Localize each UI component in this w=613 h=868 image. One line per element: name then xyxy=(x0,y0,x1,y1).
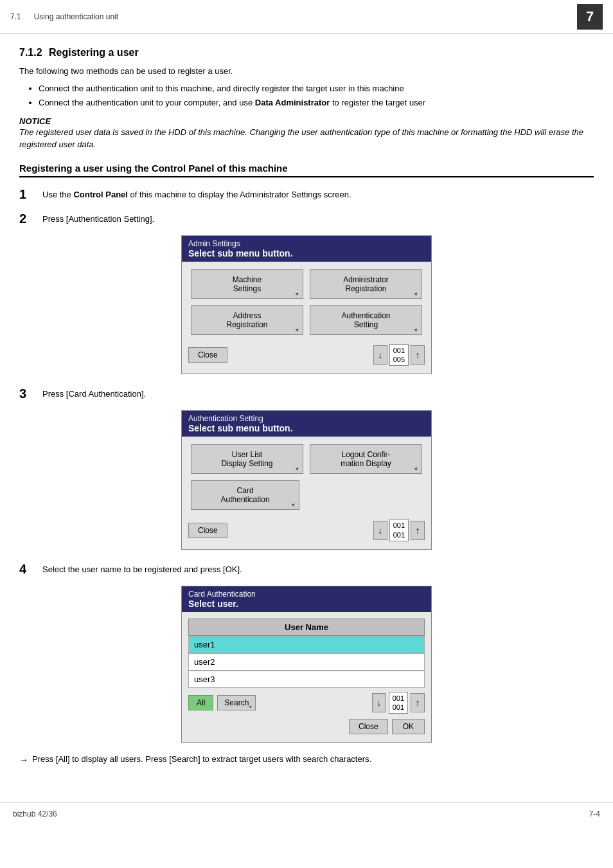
admin-panel-buttons: MachineSettings AdministratorRegistratio… xyxy=(182,262,431,341)
card-panel: Card Authentication Select user. User Na… xyxy=(181,586,432,743)
user-name-column-header: User Name xyxy=(188,619,425,636)
auth-panel: Authentication Setting Select sub menu b… xyxy=(181,410,432,550)
card-bottom-footer: Close OK xyxy=(182,716,431,737)
card-panel-container: Card Authentication Select user. User Na… xyxy=(19,586,594,743)
footer-left: bizhub 42/36 xyxy=(13,809,57,818)
auth-panel-footer: Close ↓ 001 001 ↑ xyxy=(182,516,431,544)
step-3-text: Press [Card Authentication]. xyxy=(42,386,146,401)
arrow-note-text: Press [All] to display all users. Press … xyxy=(32,754,371,764)
user-row-2[interactable]: user2 xyxy=(188,653,425,671)
auth-panel-subtitle: Select sub menu button. xyxy=(188,423,425,433)
address-registration-btn[interactable]: AddressRegistration xyxy=(191,305,303,335)
bullet-list: Connect the authentication unit to this … xyxy=(39,82,594,110)
logout-confirmation-display-btn[interactable]: Logout Confir-mation Display xyxy=(310,444,422,474)
step-4-number: 4 xyxy=(19,561,39,577)
arrow-note: → Press [All] to display all users. Pres… xyxy=(19,754,594,765)
section-label: Using authentication unit xyxy=(34,12,118,21)
notice-title: NOTICE xyxy=(19,116,594,126)
search-button[interactable]: Search xyxy=(217,695,256,710)
section-title: Registering a user xyxy=(49,47,139,58)
card-panel-header: Card Authentication Select user. xyxy=(182,586,431,612)
step-4-text: Select the user name to be registered an… xyxy=(42,561,242,576)
auth-page-nav: ↓ 001 001 ↑ xyxy=(373,519,425,541)
section-number-label: 7.1.2 xyxy=(19,47,42,58)
auth-panel-header: Authentication Setting Select sub menu b… xyxy=(182,411,431,437)
card-close-button[interactable]: Close xyxy=(349,719,388,734)
page-header: 7.1 Using authentication unit 7 xyxy=(0,0,613,34)
page-footer: bizhub 42/36 7-4 xyxy=(0,802,613,825)
admin-close-button[interactable]: Close xyxy=(188,347,227,363)
step-1: 1 Use the Control Panel of this machine … xyxy=(19,186,594,202)
bullet-item-1: Connect the authentication unit to this … xyxy=(39,82,594,96)
card-nav-up[interactable]: ↑ xyxy=(411,693,425,712)
user-row-1[interactable]: user1 xyxy=(188,636,425,653)
subsection-heading: Registering a user using the Control Pan… xyxy=(19,163,594,177)
authentication-setting-btn[interactable]: AuthenticationSetting xyxy=(310,305,422,335)
admin-page-nav: ↓ 001 005 ↑ xyxy=(373,344,425,366)
notice-box: NOTICE The registered user data is saved… xyxy=(19,116,594,151)
chapter-badge: 7 xyxy=(577,4,603,30)
admin-panel-title: Admin Settings xyxy=(188,239,425,248)
card-panel-nav-footer: All Search ↓ 001 001 ↑ xyxy=(182,688,431,717)
user-list-display-setting-btn[interactable]: User ListDisplay Setting xyxy=(191,444,303,474)
administrator-registration-btn[interactable]: AdministratorRegistration xyxy=(310,269,422,299)
card-ok-button[interactable]: OK xyxy=(392,719,425,734)
arrow-icon: → xyxy=(19,755,28,765)
auth-page-counter: 001 001 xyxy=(389,519,409,541)
notice-text: The registered user data is saved in the… xyxy=(19,126,594,151)
step-3-number: 3 xyxy=(19,386,39,401)
admin-nav-down[interactable]: ↓ xyxy=(373,345,387,365)
step-2-text: Press [Authentication Setting]. xyxy=(42,211,154,226)
section-info: 7.1 Using authentication unit xyxy=(10,12,118,21)
intro-text: The following two methods can be used to… xyxy=(19,65,594,78)
admin-page-counter: 001 005 xyxy=(389,344,409,366)
auth-close-button[interactable]: Close xyxy=(188,523,227,538)
admin-nav-up[interactable]: ↑ xyxy=(411,345,425,365)
card-nav-down[interactable]: ↓ xyxy=(372,693,386,712)
auth-panel-container: Authentication Setting Select sub menu b… xyxy=(19,410,594,550)
card-panel-title: Card Authentication xyxy=(188,590,425,599)
section-heading: 7.1.2 Registering a user xyxy=(19,47,594,59)
main-content: 7.1.2 Registering a user The following t… xyxy=(0,34,613,790)
card-footer-left: All Search xyxy=(188,695,256,710)
admin-panel-subtitle: Select sub menu button. xyxy=(188,248,425,258)
step-3: 3 Press [Card Authentication]. xyxy=(19,386,594,401)
admin-panel-container: Admin Settings Select sub menu button. M… xyxy=(19,235,594,375)
all-button[interactable]: All xyxy=(188,695,213,710)
card-panel-subtitle: Select user. xyxy=(188,599,425,609)
admin-panel-header: Admin Settings Select sub menu button. xyxy=(182,236,431,262)
step-4: 4 Select the user name to be registered … xyxy=(19,561,594,577)
bullet-item-2: Connect the authentication unit to your … xyxy=(39,96,594,110)
machine-settings-btn[interactable]: MachineSettings xyxy=(191,269,303,299)
admin-panel: Admin Settings Select sub menu button. M… xyxy=(181,235,432,375)
auth-panel-buttons-row1: User ListDisplay Setting Logout Confir-m… xyxy=(182,437,431,480)
auth-panel-buttons-row2: CardAuthentication xyxy=(182,480,431,516)
step-1-text: Use the Control Panel of this machine to… xyxy=(42,186,351,201)
step-1-number: 1 xyxy=(19,186,39,202)
step-2: 2 Press [Authentication Setting]. xyxy=(19,211,594,226)
admin-panel-footer: Close ↓ 001 005 ↑ xyxy=(182,341,431,369)
card-page-counter: 001 001 xyxy=(389,692,408,714)
auth-panel-title: Authentication Setting xyxy=(188,414,425,423)
card-page-nav: ↓ 001 001 ↑ xyxy=(372,692,425,714)
card-authentication-btn[interactable]: CardAuthentication xyxy=(191,480,299,510)
step-2-number: 2 xyxy=(19,211,39,226)
section-number: 7.1 xyxy=(10,12,21,21)
auth-nav-up[interactable]: ↑ xyxy=(411,521,425,540)
auth-nav-down[interactable]: ↓ xyxy=(373,521,387,540)
footer-right: 7-4 xyxy=(589,809,600,818)
user-row-3[interactable]: user3 xyxy=(188,671,425,688)
